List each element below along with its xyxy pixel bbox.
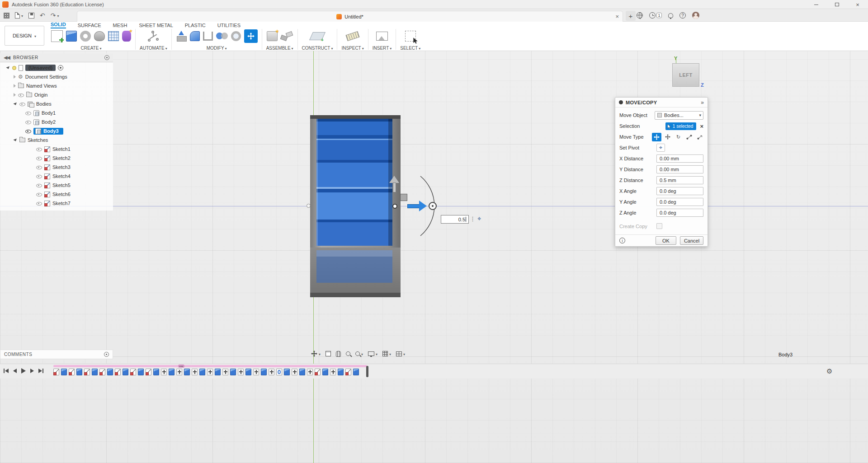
move-type-point-to-point-button[interactable] (684, 133, 694, 141)
pattern-icon[interactable] (108, 31, 119, 41)
timeline-feature-icon[interactable] (199, 369, 205, 375)
move-type-free-button[interactable] (652, 133, 661, 141)
cabinet-model[interactable] (310, 115, 401, 297)
move-copy-tool-active[interactable] (244, 29, 258, 43)
visibility-bulb-icon[interactable] (12, 66, 16, 70)
timeline-feature-icon[interactable] (238, 369, 244, 375)
browser-row-body1[interactable]: Body1 (0, 108, 113, 117)
create-sketch-icon[interactable] (51, 30, 63, 42)
group-label-construct[interactable]: CONSTRUCT (302, 46, 333, 51)
move-type-point-to-position-button[interactable] (695, 133, 705, 141)
sketch-label[interactable]: Sketch3 (52, 164, 71, 170)
move-object-select[interactable]: Bodies... (655, 111, 703, 120)
timeline-feature-icon[interactable] (269, 369, 274, 375)
ok-button[interactable]: OK (656, 236, 676, 245)
automate-icon[interactable] (148, 31, 159, 42)
timeline-feature-icon[interactable] (107, 369, 113, 375)
joint-icon[interactable] (281, 31, 292, 41)
browser-sketch-row[interactable]: Sketch1 (0, 145, 113, 154)
visibility-eye-icon[interactable] (36, 146, 42, 152)
dialog-expand-icon[interactable]: » (701, 99, 704, 106)
collapse-browser-icon[interactable]: ◀◀ (4, 55, 9, 61)
timeline-feature-icon[interactable] (138, 369, 144, 375)
group-label-assemble[interactable]: ASSEMBLE (266, 46, 293, 51)
group-label-inspect[interactable]: INSPECT (341, 46, 363, 51)
browser-sketch-row[interactable]: Sketch3 (0, 163, 113, 172)
timeline-group-bar[interactable] (53, 365, 367, 367)
timeline-feature-icon[interactable] (353, 369, 359, 375)
timeline-feature-icon[interactable] (92, 369, 98, 375)
user-avatar[interactable] (692, 12, 699, 19)
browser-sketch-row[interactable]: Sketch5 (0, 181, 113, 190)
timeline-feature-icon[interactable] (222, 369, 228, 375)
go-to-start-button[interactable] (4, 369, 9, 373)
sketch-label[interactable]: Sketch2 (52, 155, 71, 161)
visibility-eye-icon[interactable] (25, 110, 31, 116)
timeline-settings-gear-icon[interactable]: ⚙ (826, 367, 832, 375)
timeline-feature-icon[interactable] (130, 369, 136, 375)
comments-options-icon[interactable] (104, 352, 109, 357)
close-button[interactable]: × (847, 0, 868, 9)
timeline-feature-icon[interactable] (76, 369, 82, 375)
workspace-selector[interactable]: DESIGN (5, 26, 44, 46)
revolve-icon[interactable] (80, 31, 91, 42)
maximize-button[interactable] (826, 0, 847, 9)
browser-row-sketches[interactable]: Sketches (0, 136, 113, 145)
timeline-feature-icon[interactable] (161, 369, 167, 375)
set-pivot-button[interactable]: ⌖ (656, 144, 665, 152)
step-back-button[interactable] (13, 369, 17, 373)
press-pull-icon[interactable] (176, 31, 187, 42)
timeline-feature-icon[interactable] (84, 369, 90, 375)
timeline-feature-icon[interactable] (307, 369, 313, 375)
timeline-group-handle[interactable] (178, 365, 184, 368)
browser-row-named-views[interactable]: Named Views (0, 81, 113, 90)
save-button[interactable] (28, 13, 34, 19)
create-form-icon[interactable] (122, 31, 131, 42)
visibility-eye-icon[interactable] (25, 128, 31, 134)
create-solid-icon[interactable] (66, 31, 77, 42)
construction-plane-icon[interactable] (309, 32, 326, 40)
timeline-feature-icon[interactable] (284, 369, 290, 375)
model-body3-highlight[interactable] (316, 119, 392, 246)
offset-face-icon[interactable] (231, 31, 241, 41)
viewport-canvas[interactable]: 0.5 ⋮ ⌖ (0, 0, 868, 463)
browser-row-bodies[interactable]: Bodies (0, 99, 113, 108)
group-label-modify[interactable]: MODIFY (207, 46, 227, 51)
sketch-label[interactable]: Sketch4 (52, 173, 71, 179)
move-z-arrow-stem[interactable] (407, 204, 420, 208)
expand-icon[interactable] (14, 93, 16, 97)
visibility-eye-icon[interactable] (36, 155, 42, 161)
browser-row-document-settings[interactable]: ⚙ Document Settings (0, 72, 113, 81)
document-name[interactable]: (Unsaved) (25, 65, 56, 71)
undo-button[interactable]: ↶ (40, 12, 45, 19)
visibility-eye-icon[interactable] (36, 173, 42, 179)
clear-selection-icon[interactable]: × (700, 123, 703, 130)
expand-icon[interactable] (13, 102, 17, 105)
numeric-input[interactable]: 0.0 deg (656, 187, 703, 195)
timeline-feature-icon[interactable] (146, 369, 151, 375)
document-tab[interactable]: Untitled* × (77, 11, 623, 22)
browser-sketch-row[interactable]: Sketch6 (0, 190, 113, 199)
visibility-eye-icon[interactable] (36, 201, 42, 206)
visibility-eye-icon[interactable] (18, 92, 24, 98)
browser-options-icon[interactable] (104, 55, 109, 60)
browser-sketch-row[interactable]: Sketch4 (0, 172, 113, 181)
measure-icon[interactable] (346, 31, 360, 41)
selection-badge[interactable]: 1 selected (665, 122, 697, 130)
timeline-feature-icon[interactable] (276, 369, 282, 375)
select-tool-icon[interactable] (405, 31, 416, 42)
set-pivot-icon[interactable]: ⌖ (477, 215, 481, 223)
file-menu-button[interactable] (15, 12, 23, 19)
timeline-feature-icon[interactable] (207, 369, 213, 375)
browser-root-row[interactable]: (Unsaved) (0, 63, 113, 72)
combine-icon[interactable] (216, 32, 228, 41)
sketch-label[interactable]: Sketch5 (52, 182, 71, 188)
timeline-feature-icon[interactable] (253, 369, 259, 375)
redo-button[interactable]: ↷ (51, 12, 59, 19)
distance-value-input[interactable]: 0.5 (441, 215, 469, 224)
expand-icon[interactable] (13, 138, 17, 141)
visibility-eye-icon[interactable] (19, 101, 25, 107)
numeric-input[interactable]: 0.5 mm (656, 176, 703, 184)
move-z-arrow-icon[interactable] (419, 201, 427, 211)
move-up-arrow-stem[interactable] (393, 182, 396, 192)
